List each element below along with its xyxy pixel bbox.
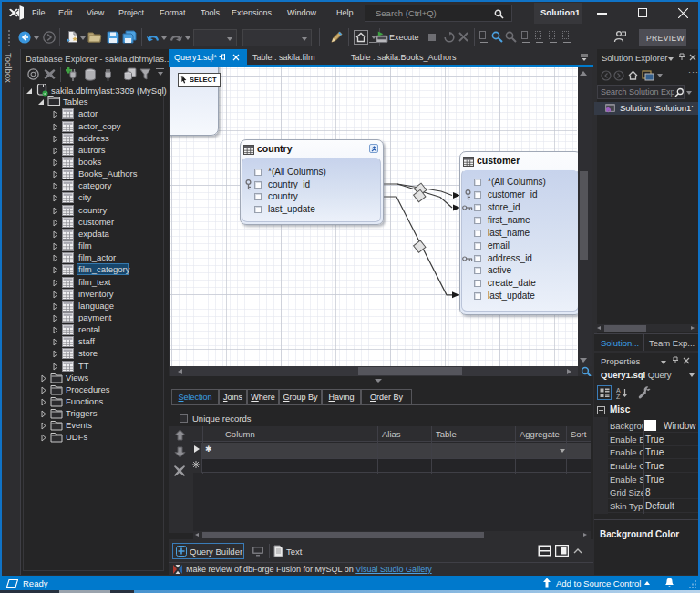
svg-text:A: A bbox=[616, 387, 621, 394]
svg-text:Z: Z bbox=[616, 394, 621, 399]
